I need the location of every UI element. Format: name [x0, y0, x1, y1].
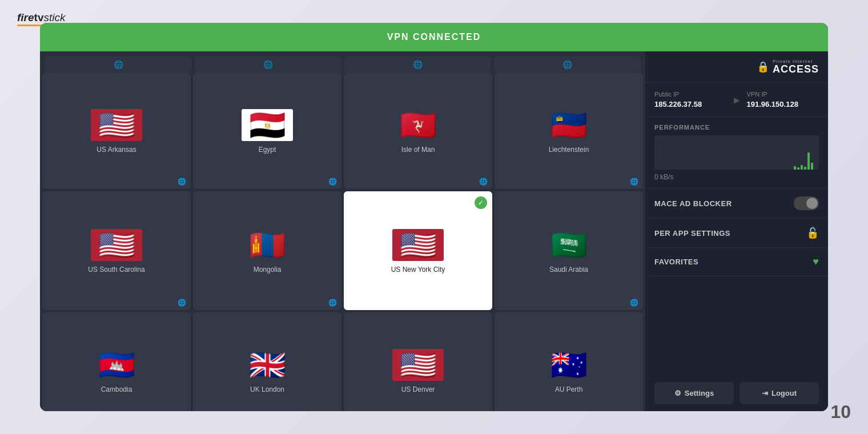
cell-saudi-arabia[interactable]: Saudi Arabia 🌐	[495, 191, 643, 311]
globe-icon-6: 🌐	[328, 299, 337, 307]
globe-icon-5: 🌐	[178, 299, 186, 307]
heart-icon: ♥	[813, 256, 819, 268]
performance-section: PERFORMANCE 0 kB/s	[645, 117, 828, 188]
mace-label: MACE AD BLOCKER	[654, 199, 732, 208]
bar-2	[797, 167, 799, 170]
label-saudi-arabia: Saudi Arabia	[549, 266, 588, 274]
flag-liechtenstein	[543, 109, 594, 141]
green-lock-icon: 🔓	[806, 227, 819, 239]
stick-text: stick	[43, 11, 65, 23]
ten-badge: 10	[830, 401, 851, 423]
globe-icon-2: 🌐	[328, 178, 337, 186]
logout-button[interactable]: ⇥ Logout	[740, 382, 819, 404]
cell-au-perth[interactable]: AU Perth 🌐	[495, 312, 643, 411]
performance-title: PERFORMANCE	[654, 124, 819, 131]
settings-label: Settings	[685, 389, 714, 397]
cell-mongolia[interactable]: Mongolia 🌐	[193, 191, 341, 311]
pia-access-label: ACCESS	[773, 64, 819, 74]
globe-icon-3: 🌐	[479, 178, 488, 186]
globe-icon-8: 🌐	[630, 299, 638, 307]
grid-area: 🌐 🌐 🌐 🌐 US Arkansas 🌐	[40, 51, 645, 411]
flag-egypt	[242, 109, 293, 141]
pia-header: 🔒 Private Internet ACCESS	[645, 51, 828, 83]
bar-4	[804, 167, 806, 170]
logout-icon: ⇥	[762, 389, 768, 397]
bar-1	[794, 166, 796, 170]
flag-isle-of-man	[392, 109, 444, 141]
public-ip-label: Public IP	[654, 91, 727, 98]
flag-au-perth	[543, 349, 594, 381]
bar-5	[807, 152, 810, 170]
favorites-section[interactable]: FAVORITES ♥	[645, 248, 828, 276]
arrow-right-icon: ▶	[734, 95, 740, 105]
settings-button[interactable]: ⚙ Settings	[654, 382, 734, 404]
label-us-arkansas: US Arkansas	[97, 146, 136, 154]
partial-cell-4: 🌐	[493, 56, 641, 73]
cell-cambodia[interactable]: Cambodia 🌐	[42, 312, 191, 411]
selected-check-icon: ✓	[475, 196, 487, 209]
pia-logo: 🔒 Private Internet ACCESS	[757, 59, 819, 74]
flag-us-sc	[91, 229, 142, 261]
flag-uk-london	[242, 349, 293, 381]
label-us-denver: US Denver	[401, 385, 435, 393]
cell-uk-london[interactable]: UK London 🌐	[193, 312, 341, 411]
label-liechtenstein: Liechtenstein	[549, 146, 589, 154]
label-cambodia: Cambodia	[101, 385, 132, 393]
main-area: 🌐 🌐 🌐 🌐 US Arkansas 🌐	[40, 51, 828, 411]
vpn-ip-label: VPN IP	[747, 91, 819, 98]
cell-egypt[interactable]: Egypt 🌐	[193, 73, 341, 189]
main-screen: VPN CONNECTED 🌐 🌐 🌐 🌐	[40, 23, 828, 411]
sidebar: 🔒 Private Internet ACCESS Public IP 185.…	[645, 51, 828, 411]
vpn-status-bar: VPN CONNECTED	[40, 23, 828, 51]
flag-us-denver	[392, 349, 444, 381]
public-ip-value: 185.226.37.58	[654, 100, 727, 108]
bar-6	[811, 163, 813, 170]
performance-bars	[794, 152, 813, 170]
flag-us-nyc	[392, 229, 444, 261]
gear-icon: ⚙	[674, 389, 681, 397]
per-app-section[interactable]: PER APP SETTINGS 🔓	[645, 219, 828, 248]
pia-text-block: Private Internet ACCESS	[773, 59, 819, 74]
performance-graph	[654, 135, 819, 170]
public-ip-block: Public IP 185.226.37.58	[654, 91, 727, 108]
globe-icon-1: 🌐	[178, 178, 186, 186]
vpn-ip-value: 191.96.150.128	[747, 100, 819, 108]
flag-us-arkansas	[91, 109, 142, 141]
mace-section[interactable]: MACE AD BLOCKER	[645, 188, 828, 219]
performance-kb: 0 kB/s	[654, 173, 819, 181]
label-isle-of-man: Isle of Man	[401, 146, 435, 154]
per-app-label: PER APP SETTINGS	[654, 229, 730, 238]
cell-liechtenstein[interactable]: Liechtenstein 🌐	[495, 73, 643, 189]
logout-label: Logout	[771, 389, 797, 397]
cell-us-denver[interactable]: US Denver 🌐	[344, 312, 492, 411]
location-grid: US Arkansas 🌐 Egypt 🌐 Isle of Man 🌐 Liec…	[42, 73, 643, 411]
fire-text: fire	[17, 11, 34, 23]
mace-toggle-knob	[806, 198, 818, 209]
partial-cell-1: 🌐	[45, 56, 192, 73]
partial-top-row: 🌐 🌐 🌐 🌐	[42, 54, 643, 73]
flag-mongolia	[242, 229, 293, 261]
cell-us-new-york[interactable]: ✓ US New York City	[344, 191, 492, 311]
ip-section: Public IP 185.226.37.58 ▶ VPN IP 191.96.…	[645, 83, 828, 117]
tv-text: tv	[34, 11, 44, 23]
label-us-nyc: US New York City	[391, 266, 445, 274]
label-mongolia: Mongolia	[254, 266, 282, 274]
favorites-label: FAVORITES	[654, 258, 698, 266]
bar-3	[801, 165, 803, 170]
label-egypt: Egypt	[259, 146, 276, 154]
cell-us-arkansas[interactable]: US Arkansas 🌐	[42, 73, 191, 189]
label-uk-london: UK London	[250, 385, 284, 393]
cell-isle-of-man[interactable]: Isle of Man 🌐	[344, 73, 492, 189]
partial-cell-2: 🌐	[194, 56, 341, 73]
globe-icon-4: 🌐	[630, 178, 638, 186]
vpn-ip-block: VPN IP 191.96.150.128	[747, 91, 819, 108]
lock-icon: 🔒	[757, 61, 769, 73]
label-au-perth: AU Perth	[555, 385, 583, 393]
flag-cambodia	[91, 349, 142, 381]
vpn-status-label: VPN CONNECTED	[387, 32, 481, 42]
mace-toggle[interactable]	[794, 196, 819, 210]
cell-us-south-carolina[interactable]: US South Carolina 🌐	[42, 191, 191, 311]
flag-saudi-arabia	[543, 229, 594, 261]
label-us-sc: US South Carolina	[88, 266, 144, 274]
bottom-buttons: ⚙ Settings ⇥ Logout	[645, 375, 828, 411]
